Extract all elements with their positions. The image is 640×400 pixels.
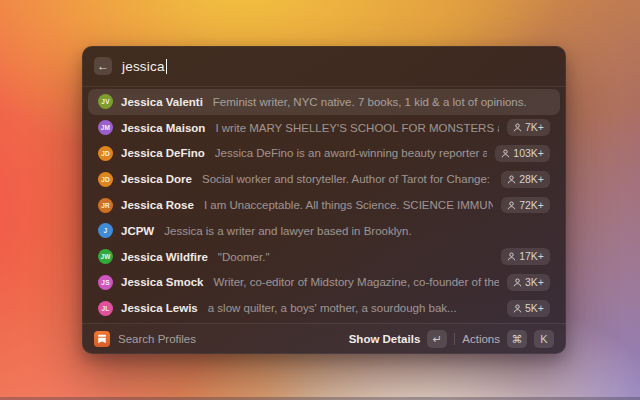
profile-result-row[interactable]: JL Jessica Lewis a slow quilter, a boys'… [88, 295, 560, 321]
profile-name: Jessica DeFino [121, 147, 205, 159]
profile-description: Writer, co-editor of Midstory Magazine, … [213, 276, 498, 288]
profile-name: Jessica Lewis [121, 302, 198, 314]
profile-description: I am Unacceptable. All things Science. S… [204, 199, 493, 211]
followers-badge: 5K+ [507, 300, 550, 317]
followers-count: 7K+ [525, 122, 544, 133]
avatar: JR [98, 198, 113, 213]
avatar: JL [98, 301, 113, 316]
footer-divider [454, 333, 455, 345]
profile-name: Jessica Maison [121, 122, 205, 134]
profile-description: Feminist writer, NYC native. 7 books, 1 … [213, 96, 550, 108]
person-icon [513, 304, 522, 313]
profile-result-row[interactable]: J JCPW Jessica is a writer and lawyer ba… [88, 218, 560, 244]
followers-count: 72K+ [519, 200, 544, 211]
search-query-text: jessica [122, 59, 165, 74]
followers-badge: 72K+ [501, 197, 550, 214]
k-key-badge: K [534, 330, 554, 348]
footer-bar: Search Profiles Show Details ↵ Actions ⌘… [82, 323, 566, 354]
profile-result-row[interactable]: JD Jessica Dore Social worker and storyt… [88, 166, 560, 192]
person-icon [513, 278, 522, 287]
profile-name: Jessica Rose [121, 199, 194, 211]
followers-badge: 7K+ [507, 119, 550, 136]
return-key-badge: ↵ [427, 330, 447, 348]
person-icon [501, 149, 510, 158]
search-profiles-extension-icon [94, 331, 110, 347]
profile-name: Jessica Smock [121, 276, 203, 288]
back-arrow-icon: ← [97, 60, 109, 72]
profile-result-row[interactable]: JD Jessica DeFino Jessica DeFino is an a… [88, 141, 560, 167]
show-details-button[interactable]: Show Details [349, 333, 421, 345]
avatar: JV [98, 94, 113, 109]
profile-description: I write MARY SHELLEY'S SCHOOL FOR MONSTE… [215, 122, 498, 134]
avatar: JS [98, 275, 113, 290]
followers-count: 103K+ [513, 148, 544, 159]
back-button[interactable]: ← [94, 57, 112, 75]
text-cursor [166, 59, 168, 74]
profile-name: Jessica Valenti [121, 96, 203, 108]
results-list: JV Jessica Valenti Feminist writer, NYC … [82, 87, 566, 323]
profile-name: Jessica Wildfire [121, 251, 208, 263]
followers-badge: 103K+ [495, 145, 550, 162]
person-icon [507, 201, 516, 210]
followers-count: 3K+ [525, 277, 544, 288]
profile-description: a slow quilter, a boys' mother, a sourdo… [208, 302, 499, 314]
followers-count: 28K+ [519, 174, 544, 185]
profile-result-row[interactable]: JV Jessica Valenti Feminist writer, NYC … [88, 89, 560, 115]
profile-description: "Doomer." [218, 251, 493, 263]
profile-description: Jessica is a writer and lawyer based in … [164, 225, 550, 237]
avatar: JW [98, 249, 113, 264]
avatar: JM [98, 120, 113, 135]
search-input[interactable]: jessica [122, 59, 167, 74]
person-icon [507, 252, 516, 261]
avatar: JD [98, 172, 113, 187]
profile-result-row[interactable]: JS Jessica Smock Writer, co-editor of Mi… [88, 270, 560, 296]
avatar: JD [98, 146, 113, 161]
profile-result-row[interactable]: JR Jessica Rose I am Unacceptable. All t… [88, 192, 560, 218]
followers-count: 17K+ [519, 251, 544, 262]
followers-badge: 17K+ [501, 248, 550, 265]
footer-actions: Show Details ↵ Actions ⌘ K [349, 330, 554, 348]
search-bar: ← jessica [82, 46, 566, 87]
profile-description: Social worker and storyteller. Author of… [202, 173, 493, 185]
followers-badge: 3K+ [507, 274, 550, 291]
followers-badge: 28K+ [501, 171, 550, 188]
profile-result-row[interactable]: JW Jessica Wildfire "Doomer." 17K+ [88, 244, 560, 270]
person-icon [507, 175, 516, 184]
followers-count: 5K+ [525, 303, 544, 314]
profile-name: Jessica Dore [121, 173, 192, 185]
avatar: J [98, 223, 113, 238]
profile-result-row[interactable]: JM Jessica Maison I write MARY SHELLEY'S… [88, 115, 560, 141]
actions-button[interactable]: Actions [462, 333, 500, 345]
extension-label: Search Profiles [118, 333, 196, 345]
profile-description: Jessica DeFino is an award-winning beaut… [215, 147, 487, 159]
profile-name: JCPW [121, 225, 154, 237]
command-palette-window: ← jessica JV Jessica Valenti Feminist wr… [82, 46, 566, 354]
command-key-badge: ⌘ [507, 330, 527, 348]
person-icon [513, 123, 522, 132]
